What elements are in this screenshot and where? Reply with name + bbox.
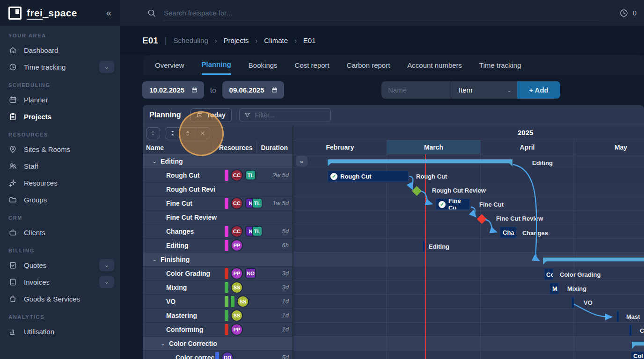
sidebar-item-planner[interactable]: Planner (0, 91, 120, 108)
tab-cost-report[interactable]: Cost report (295, 55, 329, 75)
resource-badge[interactable]: SS (231, 309, 243, 322)
month-may[interactable]: May (574, 140, 644, 154)
tab-overview[interactable]: Overview (155, 55, 184, 75)
task-name: Fine Cut (143, 200, 213, 207)
column-duration[interactable]: Duration (256, 141, 293, 154)
collapse-all-button[interactable] (165, 128, 180, 139)
resource-badge[interactable]: PP (231, 239, 243, 251)
column-name[interactable]: Name (143, 144, 212, 151)
expand-rows-button[interactable] (146, 127, 160, 139)
search-input[interactable] (163, 5, 600, 21)
resource-badge[interactable]: CC (231, 197, 243, 209)
collapse-table-icon[interactable]: « (296, 156, 307, 166)
date-to-input[interactable]: 09.06.2025 (222, 81, 284, 99)
task-bar-conforming[interactable] (629, 325, 632, 336)
table-row[interactable]: Rough Cut CC TL 2w 5d (143, 168, 293, 182)
sidebar-collapse-icon[interactable]: « (106, 7, 111, 18)
task-bar-editing[interactable] (423, 241, 425, 252)
table-row[interactable]: Rough Cut Revi (143, 182, 293, 196)
table-row-group[interactable]: ⌄ Color Correctio (143, 337, 293, 351)
resource-badge[interactable]: CC (231, 225, 243, 237)
tab-planning[interactable]: Planning (202, 55, 231, 75)
check-icon: ✓ (330, 173, 337, 180)
task-bar-mixing[interactable]: M (550, 283, 559, 294)
task-bar-mastering[interactable] (616, 311, 619, 322)
bar-label: C (640, 327, 644, 334)
chevron-down-icon[interactable]: ⌄ (99, 276, 114, 288)
today-button[interactable]: Today (190, 108, 232, 122)
sidebar-item-dashboard[interactable]: Dashboard (0, 42, 120, 58)
resource-badge[interactable]: SS (231, 281, 243, 294)
sidebar-item-label: Time tracking (24, 63, 66, 71)
table-row[interactable]: Editing PP 6h (143, 238, 293, 252)
sidebar-item-quotes[interactable]: Quotes ⌄ (0, 257, 120, 273)
resource-bar (225, 324, 228, 335)
table-row[interactable]: Fine Cut CC N TL 1w 5d (143, 196, 293, 210)
gantt-filter-input[interactable] (239, 108, 331, 122)
sidebar-item-sites-rooms[interactable]: Sites & Rooms (0, 141, 120, 158)
table-row-group[interactable]: ⌄ Editing (143, 154, 293, 168)
resources-cell: SS (213, 295, 257, 308)
table-row[interactable]: Mastering SS 1d (143, 309, 293, 323)
gantt-filter-field[interactable] (254, 111, 326, 119)
sidebar-item-utilisation[interactable]: Utilisation (0, 323, 120, 340)
task-bar-rough-cut[interactable]: ✓ Rough Cut (328, 171, 409, 182)
expand-all-button[interactable] (180, 128, 195, 139)
logo-bar: frei_space « (0, 0, 120, 26)
breadcrumb-e01[interactable]: E01 (303, 36, 316, 44)
resource-badge[interactable]: PP (231, 267, 243, 280)
chevron-down-icon[interactable]: ⌄ (152, 158, 157, 165)
sidebar-item-time-tracking[interactable]: Time tracking ⌄ (0, 58, 120, 75)
add-button[interactable]: + Add (517, 81, 560, 99)
month-april[interactable]: April (481, 140, 574, 154)
resource-badge[interactable]: TL (245, 170, 256, 180)
chevron-down-icon[interactable]: ⌄ (99, 259, 114, 271)
chevron-down-icon[interactable]: ⌄ (161, 340, 165, 347)
timer-widget[interactable]: 0 (619, 8, 637, 18)
table-row-group[interactable]: ⌄ Finishing (143, 252, 293, 266)
tab-account-numbers[interactable]: Account numbers (407, 55, 462, 75)
sidebar-item-goods-services[interactable]: Goods & Services (0, 290, 120, 307)
sidebar-item-invoices[interactable]: Invoices ⌄ (0, 273, 120, 290)
date-from-input[interactable]: 10.02.2025 (142, 81, 204, 99)
resource-badge[interactable]: NO (245, 268, 256, 279)
table-row[interactable]: Fine Cut Review (143, 210, 293, 224)
resource-badge[interactable]: SS (237, 295, 249, 308)
table-row[interactable]: VO SS 1d (143, 294, 293, 309)
task-bar-color-correction[interactable]: Col (631, 352, 644, 359)
resource-badge[interactable]: DD (221, 352, 234, 359)
tab-bookings[interactable]: Bookings (249, 55, 278, 75)
task-bar-fine-cut[interactable]: ✓ Fine Cu (436, 199, 470, 210)
chevron-down-icon[interactable]: ⌄ (99, 61, 114, 73)
table-row[interactable]: Color correc DD 5d (143, 351, 293, 359)
name-input[interactable] (381, 81, 451, 99)
breadcrumb-projects[interactable]: Projects (223, 36, 249, 44)
table-row[interactable]: Changes CC N TL 5d (143, 224, 293, 238)
sidebar-item-staff[interactable]: Staff (0, 158, 120, 174)
table-row[interactable]: Conforming PP 1d (143, 323, 293, 337)
gantt-month-row: February March April May (293, 140, 644, 154)
tab-time-tracking[interactable]: Time tracking (479, 55, 521, 75)
item-select[interactable]: Item ⌄ (451, 81, 517, 99)
table-row[interactable]: Mixing SS 3d (143, 280, 293, 294)
chevron-down-icon[interactable]: ⌄ (152, 256, 157, 263)
month-march[interactable]: March (387, 140, 481, 154)
sidebar-item-groups[interactable]: Groups (0, 191, 120, 208)
sidebar-item-clients[interactable]: Clients (0, 224, 120, 241)
task-bar-changes[interactable]: Cha (500, 227, 516, 238)
tab-carbon-report[interactable]: Carbon report (347, 55, 390, 75)
task-bar-vo[interactable] (571, 297, 574, 308)
column-resources[interactable]: Resources (212, 141, 256, 154)
resource-bar (225, 310, 228, 321)
month-february[interactable]: February (293, 140, 387, 154)
duration: 1d (257, 326, 293, 333)
fit-columns-button[interactable] (195, 128, 210, 139)
sidebar-item-projects[interactable]: Projects (0, 108, 120, 125)
table-row[interactable]: Color Grading PP NO 3d (143, 266, 293, 280)
breadcrumb-scheduling[interactable]: Scheduling (174, 36, 208, 44)
task-bar-color-grading[interactable]: Co (544, 269, 553, 280)
breadcrumb-climate[interactable]: Climate (264, 36, 288, 44)
resource-badge[interactable]: PP (231, 323, 243, 336)
sidebar-item-resources[interactable]: Resources (0, 174, 120, 191)
resource-badge[interactable]: CC (231, 169, 243, 181)
